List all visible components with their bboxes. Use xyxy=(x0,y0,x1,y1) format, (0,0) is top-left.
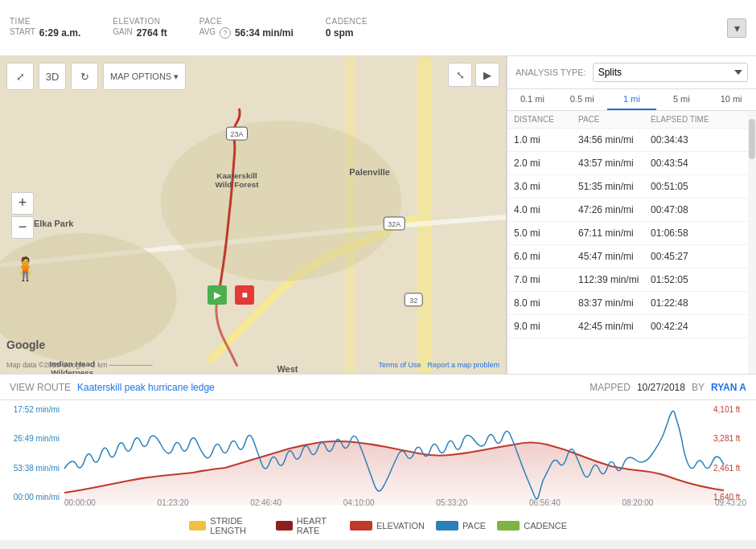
main-area: Kaaterskill Wild Forest Palenville Elka … xyxy=(0,56,756,374)
cadence-group: CADENCE 0 spm xyxy=(326,17,368,39)
splits-scrollbar[interactable] xyxy=(748,111,756,374)
map-options-button[interactable]: MAP OPTIONS ▾ xyxy=(103,63,186,90)
row-pace: 51:35 min/mi xyxy=(578,181,651,192)
by-label: BY xyxy=(692,382,705,393)
avg-info-icon[interactable]: ? xyxy=(220,27,231,39)
splits-distance-tabs: 0.1 mi 0.5 mi 1 mi 5 mi 10 mi xyxy=(507,89,756,111)
dist-tab-05mi[interactable]: 0.5 mi xyxy=(557,89,607,110)
x-label-1: 01:23:20 xyxy=(158,498,189,511)
row-distance: 4.0 mi xyxy=(514,204,578,215)
analysis-type-select[interactable]: Splits xyxy=(593,63,748,82)
mapped-date: 10/27/2018 xyxy=(637,382,685,393)
heart-swatch xyxy=(276,521,293,531)
pace-label: PACE xyxy=(199,17,294,26)
elevation-label: ELEVATION xyxy=(113,17,166,26)
splits-panel: ANALYSIS TYPE: Splits 0.1 mi 0.5 mi 1 mi… xyxy=(507,56,756,374)
row-elapsed: 01:22:48 xyxy=(651,297,742,309)
pace-group: PACE AVG ? 56:34 min/mi xyxy=(199,17,294,39)
col-pace: PACE xyxy=(578,115,651,124)
analysis-type-label: ANALYSIS TYPE: xyxy=(516,68,586,77)
row-distance: 3.0 mi xyxy=(514,181,578,192)
legend-stride-label: STRIDE LENGTH xyxy=(210,516,264,535)
table-row[interactable]: 4.0 mi 47:26 min/mi 00:47:08 xyxy=(507,199,748,222)
cadence-value: 0 spm xyxy=(326,27,354,39)
chart-svg xyxy=(0,400,756,509)
row-pace: 47:26 min/mi xyxy=(578,204,651,215)
by-user[interactable]: RYAN A xyxy=(711,382,746,393)
elevation-group: ELEVATION GAIN 2764 ft xyxy=(113,17,166,39)
time-group: TIME START 6:29 a.m. xyxy=(10,17,80,39)
row-elapsed: 01:06:58 xyxy=(651,227,742,239)
route-name-link[interactable]: Kaaterskill peak hurricane ledge xyxy=(77,382,215,393)
y-axis-left: 17:52 min/mi 26:49 min/mi 53:38 min/mi 0… xyxy=(0,400,63,505)
view-route-label: VIEW ROUTE xyxy=(10,382,71,393)
row-pace: 42:45 min/mi xyxy=(578,321,651,332)
row-elapsed: 01:52:05 xyxy=(651,274,742,285)
map-container: Kaaterskill Wild Forest Palenville Elka … xyxy=(0,56,507,374)
dist-tab-5mi[interactable]: 5 mi xyxy=(656,89,706,110)
map-toolbar: ⤢ 3D ↻ MAP OPTIONS ▾ xyxy=(6,63,186,90)
report-link[interactable]: Report a map problem xyxy=(427,361,499,369)
legend-cadence: CADENCE xyxy=(497,521,567,531)
table-row[interactable]: 8.0 mi 83:37 min/mi 01:22:48 xyxy=(507,292,748,315)
row-distance: 7.0 mi xyxy=(514,274,578,285)
x-label-4: 05:33:20 xyxy=(436,498,467,511)
google-logo: Google xyxy=(6,338,45,351)
row-distance: 1.0 mi xyxy=(514,134,578,145)
map-attribution: Map data ©2019 Google 2 km —————— xyxy=(6,361,153,369)
splits-rows: 1.0 mi 34:56 min/mi 00:34:43 2.0 mi 43:5… xyxy=(507,129,748,338)
y-right-top: 4,101 ft xyxy=(713,405,754,414)
x-label-3: 04:10:00 xyxy=(343,498,375,511)
header: TIME START 6:29 a.m. ELEVATION GAIN 2764… xyxy=(0,0,756,56)
row-pace: 45:47 min/mi xyxy=(578,251,651,262)
row-pace: 43:57 min/mi xyxy=(578,158,651,169)
start-value: 6:29 a.m. xyxy=(39,27,80,39)
dist-tab-10mi[interactable]: 10 mi xyxy=(706,89,756,110)
route-end-pin[interactable]: ■ xyxy=(235,285,254,305)
header-dropdown-btn[interactable]: ▾ xyxy=(727,18,746,38)
map-fullscreen-button[interactable]: ⤡ xyxy=(448,63,472,87)
legend-heart: HEART RATE xyxy=(276,516,339,535)
table-row[interactable]: 5.0 mi 67:11 min/mi 01:06:58 xyxy=(507,222,748,245)
dist-tab-01mi[interactable]: 0.1 mi xyxy=(507,89,557,110)
table-row[interactable]: 1.0 mi 34:56 min/mi 00:34:43 xyxy=(507,129,748,152)
terms-link[interactable]: Terms of Use xyxy=(378,361,421,369)
svg-text:Wild Forest: Wild Forest xyxy=(215,180,259,189)
table-row[interactable]: 3.0 mi 51:35 min/mi 00:51:05 xyxy=(507,175,748,199)
legend-pace-label: PACE xyxy=(462,521,486,531)
table-row[interactable]: 2.0 mi 43:57 min/mi 00:43:54 xyxy=(507,152,748,175)
person-icon: 🧍 xyxy=(11,256,39,282)
row-distance: 5.0 mi xyxy=(514,227,578,239)
svg-rect-1 xyxy=(417,56,432,373)
table-row[interactable]: 6.0 mi 45:47 min/mi 00:45:27 xyxy=(507,245,748,268)
x-label-5: 06:56:40 xyxy=(529,498,561,511)
y-label-top: 17:52 min/mi xyxy=(2,405,60,414)
play-icon: ▶ xyxy=(214,289,221,301)
expand-map-button[interactable]: ⤢ xyxy=(6,63,34,90)
y-label-mid1: 26:49 min/mi xyxy=(2,434,60,443)
zoom-in-button[interactable]: + xyxy=(11,192,34,215)
y-right-bot: 1,640 ft xyxy=(713,493,754,502)
y-right-mid2: 2,461 ft xyxy=(713,464,754,473)
mapped-label: MAPPED xyxy=(590,382,631,393)
splits-header: ANALYSIS TYPE: Splits xyxy=(507,56,756,89)
zoom-out-button[interactable]: − xyxy=(11,216,34,239)
row-distance: 6.0 mi xyxy=(514,251,578,262)
time-label: TIME xyxy=(10,17,80,26)
svg-text:Palenville: Palenville xyxy=(349,167,390,177)
dist-tab-1mi[interactable]: 1 mi xyxy=(607,89,657,110)
map-arrow-button[interactable]: ▶ xyxy=(475,63,499,87)
3d-map-button[interactable]: 3D xyxy=(39,63,66,90)
gain-label: GAIN xyxy=(113,27,132,39)
splits-col-header: DISTANCE PACE ELAPSED TIME xyxy=(507,111,748,129)
avg-label: AVG xyxy=(199,27,216,39)
svg-text:32A: 32A xyxy=(388,220,401,228)
splits-scroll-thumb[interactable] xyxy=(749,119,755,159)
table-row[interactable]: 7.0 mi 112:39 min/mi 01:52:05 xyxy=(507,268,748,292)
legend-cadence-label: CADENCE xyxy=(524,521,567,531)
row-pace: 34:56 min/mi xyxy=(578,134,651,145)
table-row[interactable]: 9.0 mi 42:45 min/mi 00:42:24 xyxy=(507,315,748,338)
route-start-pin[interactable]: ▶ xyxy=(207,285,227,305)
refresh-map-button[interactable]: ↻ xyxy=(71,63,98,90)
y-label-mid2: 53:38 min/mi xyxy=(2,464,60,473)
